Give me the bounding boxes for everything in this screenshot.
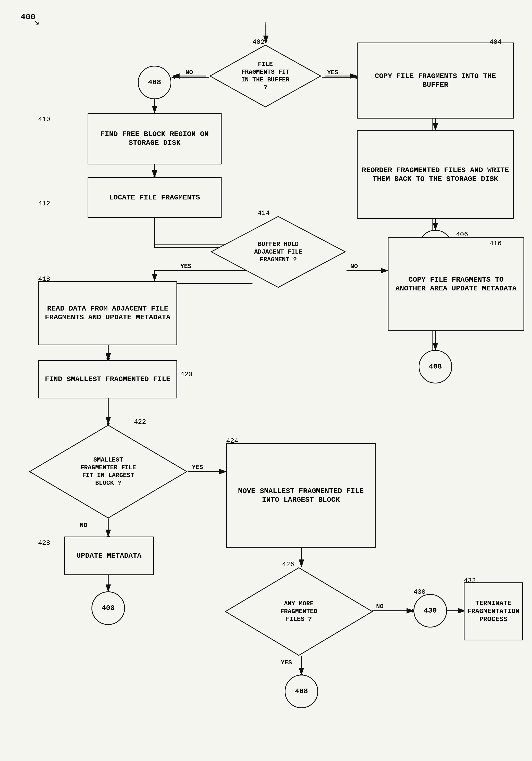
diamond-422-text: SMALLEST FRAGMENTER FILE FIT IN LARGEST …: [77, 456, 139, 487]
box-432: TERMINATE FRAGMENTATION PROCESS: [464, 582, 523, 640]
label-414: 414: [258, 209, 270, 217]
label-418: 418: [38, 275, 50, 283]
box-404: COPY FILE FRAGMENTS INTO THE BUFFER: [357, 42, 514, 119]
diamond-426-text: ANY MORE FRAGMENTED FILES ?: [271, 600, 327, 623]
circle-408b: 408: [419, 350, 452, 383]
diamond-426: ANY MORE FRAGMENTED FILES ?: [224, 566, 374, 657]
circle-408-top: 408: [138, 66, 171, 99]
svg-marker-9: [171, 76, 175, 79]
label-416: 416: [490, 240, 502, 247]
diamond-402-text: FILE FRAGMENTS FIT IN THE BUFFER ?: [239, 61, 291, 91]
circle-408d: 408: [285, 675, 318, 708]
label-426: 426: [282, 560, 294, 568]
label-422: 422: [134, 418, 146, 426]
label-404: 404: [490, 38, 502, 46]
yes-label-422: YES: [192, 464, 203, 471]
box-418: READ DATA FROM ADJACENT FILE FRAGMENTS A…: [38, 281, 177, 345]
title-arrow: ↘: [33, 18, 39, 27]
svg-marker-1: [264, 40, 268, 44]
label-432: 432: [464, 577, 476, 584]
label-420: 420: [180, 371, 192, 378]
flowchart-diagram: 400 ↘ FILE FRAGMENTS FIT IN THE BUFFER ?…: [0, 0, 532, 761]
no-label-402: NO: [186, 69, 193, 76]
no-label-426: NO: [376, 603, 384, 610]
label-430b: 430: [413, 588, 426, 596]
diamond-422: SMALLEST FRAGMENTER FILE FIT IN LARGEST …: [28, 424, 188, 519]
diagram-number-400: 400: [21, 12, 35, 22]
yes-label-414: YES: [180, 263, 191, 270]
box-416: COPY FILE FRAGMENTS TO ANOTHER AREA UPDA…: [388, 237, 524, 331]
label-402: 402: [252, 38, 265, 46]
box-420: FIND SMALLEST FRAGMENTED FILE: [38, 360, 177, 398]
circle-408c: 408: [91, 591, 125, 625]
label-424: 424: [226, 437, 238, 445]
diamond-414-text: BUFFER HOLD ADJACENT FILE FRAGMENT ?: [250, 240, 306, 263]
label-412: 412: [38, 200, 50, 207]
yes-label-426: YES: [281, 659, 292, 666]
no-label-422: NO: [80, 522, 87, 529]
box-412: LOCATE FILE FRAGMENTS: [87, 177, 222, 218]
no-label-414: NO: [350, 263, 358, 270]
diamond-402: FILE FRAGMENTS FIT IN THE BUFFER ?: [209, 44, 322, 108]
box-428: UPDATE METADATA: [64, 537, 154, 575]
yes-label-402: YES: [327, 69, 338, 76]
box-reorder: REORDER FRAGMENTED FILES AND WRITE THEM …: [357, 130, 514, 219]
box-424: MOVE SMALLEST FRAGMENTED FILE INTO LARGE…: [226, 443, 376, 548]
box-410: FIND FREE BLOCK REGION ON STORAGE DISK: [87, 113, 222, 164]
circle-430b: 430: [413, 594, 447, 627]
diamond-414: BUFFER HOLD ADJACENT FILE FRAGMENT ?: [210, 215, 346, 289]
label-410: 410: [38, 115, 50, 123]
label-428: 428: [38, 539, 50, 547]
